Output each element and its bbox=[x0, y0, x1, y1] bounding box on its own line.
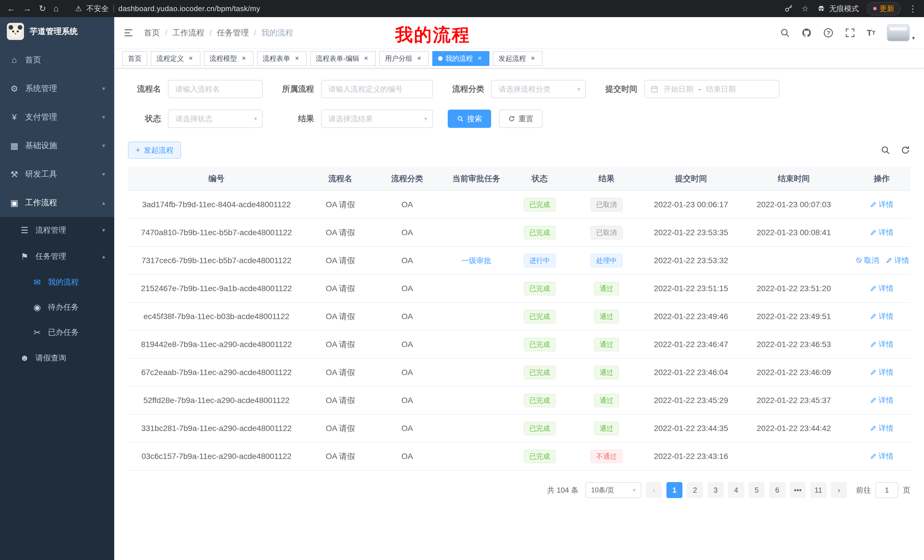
font-size-icon[interactable]: TT bbox=[867, 28, 876, 38]
sidebar-toggle-icon[interactable] bbox=[123, 28, 134, 38]
close-icon[interactable]: × bbox=[476, 54, 484, 63]
detail-link[interactable]: 详情 bbox=[870, 199, 894, 210]
more-pages-button[interactable]: ••• bbox=[790, 482, 806, 498]
address-bar[interactable]: ⚠ 不安全 dashboard.yudao.iocoder.cn/bpm/tas… bbox=[75, 4, 260, 14]
edit-icon bbox=[870, 229, 877, 236]
detail-link[interactable]: 详情 bbox=[870, 311, 894, 321]
sidebar-item-payment[interactable]: ¥ 支付管理 ▾ bbox=[0, 103, 114, 131]
page-button-2[interactable]: 2 bbox=[687, 482, 703, 498]
sidebar-item-done-tasks[interactable]: ✂ 已办任务 bbox=[0, 320, 114, 345]
tab-user-group[interactable]: 用户分组× bbox=[379, 51, 429, 66]
sidebar-top: 芋道管理系统 ⌂ 首页 ⚙ 系统管理 ▾ ¥ 支付管理 ▾ ▦ bbox=[0, 17, 114, 217]
table-row: 7470a810-7b9b-11ec-b5b7-acde48001122 OA … bbox=[128, 219, 910, 247]
col-category: 流程分类 bbox=[376, 167, 439, 191]
col-process-name: 流程名 bbox=[305, 167, 376, 191]
reset-button[interactable]: 重置 bbox=[499, 109, 543, 128]
password-key-icon[interactable] bbox=[784, 4, 794, 13]
goto-page-input[interactable] bbox=[876, 482, 898, 498]
submit-time-label: 提交时间 bbox=[601, 84, 638, 94]
cancel-link[interactable]: 取消 bbox=[855, 256, 879, 265]
sidebar-item-workflow[interactable]: ▣ 工作流程 ▴ bbox=[0, 189, 114, 217]
prev-page-button[interactable]: ‹ bbox=[646, 482, 662, 498]
detail-link[interactable]: 详情 bbox=[870, 451, 894, 461]
close-icon[interactable]: × bbox=[362, 54, 370, 63]
page-unit-label: 页 bbox=[903, 485, 910, 495]
sidebar-item-system[interactable]: ⚙ 系统管理 ▾ bbox=[0, 74, 114, 103]
sidebar-item-task-management[interactable]: ⚑ 任务管理 ▴ bbox=[0, 243, 114, 270]
page-button-4[interactable]: 4 bbox=[728, 482, 744, 498]
sidebar-item-infrastructure[interactable]: ▦ 基础设施 ▾ bbox=[0, 131, 114, 160]
tab-my-process[interactable]: 我的流程× bbox=[432, 51, 489, 66]
result-select[interactable]: 请选择流结果 ▾ bbox=[321, 109, 433, 128]
sidebar-item-leave-query[interactable]: ☻ 请假查询 bbox=[0, 345, 114, 371]
sidebar-item-my-process[interactable]: ✉ 我的流程 bbox=[0, 270, 114, 295]
cell-end-time bbox=[734, 247, 853, 275]
close-icon[interactable]: × bbox=[415, 54, 423, 63]
breadcrumb-home[interactable]: 首页 bbox=[144, 27, 160, 38]
github-icon[interactable] bbox=[801, 28, 812, 38]
tab-home[interactable]: 首页 bbox=[122, 51, 147, 66]
submit-time-range[interactable]: 开始日期 - 结束日期 bbox=[644, 80, 780, 98]
tab-process-definition[interactable]: 流程定义× bbox=[151, 51, 201, 66]
process-definition-input[interactable] bbox=[321, 80, 433, 98]
sidebar-item-todo-tasks[interactable]: ◉ 待办任务 bbox=[0, 295, 114, 320]
detail-link[interactable]: 详情 bbox=[870, 228, 894, 238]
search-icon bbox=[457, 115, 464, 122]
cell-id: 7317cec6-7b9b-11ec-b5b7-acde48001122 bbox=[128, 247, 305, 275]
detail-link[interactable]: 详情 bbox=[870, 367, 894, 377]
browser-home-icon[interactable]: ⌂ bbox=[53, 4, 58, 13]
status-badge: 已完成 bbox=[524, 394, 556, 407]
user-menu[interactable]: ▾ bbox=[887, 24, 915, 41]
cell-id: 3ad174fb-7b9d-11ec-8404-acde48001122 bbox=[128, 191, 305, 219]
status-select[interactable]: 请选择状态 ▾ bbox=[168, 109, 263, 128]
tab-process-form[interactable]: 流程表单× bbox=[257, 51, 307, 66]
result-badge: 通过 bbox=[594, 365, 619, 379]
bookmark-star-icon[interactable]: ☆ bbox=[801, 4, 808, 13]
search-icon[interactable] bbox=[780, 28, 790, 38]
breadcrumb-workflow[interactable]: 工作流程 bbox=[172, 27, 204, 38]
cell-name: OA 请假 bbox=[305, 331, 376, 358]
current-task-link[interactable]: 一级审批 bbox=[461, 256, 491, 266]
page-size-select[interactable]: 10条/页 ▾ bbox=[585, 482, 641, 498]
detail-link[interactable]: 详情 bbox=[886, 256, 909, 265]
next-page-button[interactable]: › bbox=[831, 482, 847, 498]
detail-link[interactable]: 详情 bbox=[870, 283, 894, 293]
cell-name: OA 请假 bbox=[305, 386, 376, 415]
app-logo[interactable]: 芋道管理系统 bbox=[0, 17, 114, 46]
sidebar-item-dev-tools[interactable]: ⚒ 研发工具 ▾ bbox=[0, 160, 114, 189]
page-button-5[interactable]: 5 bbox=[748, 482, 765, 498]
category-select[interactable]: 请选择流程分类 ▾ bbox=[491, 80, 586, 98]
create-process-button[interactable]: + 发起流程 bbox=[128, 142, 181, 159]
process-name-label: 流程名 bbox=[128, 84, 161, 94]
detail-link[interactable]: 详情 bbox=[870, 423, 894, 433]
cell-task bbox=[439, 442, 514, 470]
toggle-search-icon[interactable] bbox=[880, 145, 890, 155]
page-button-11[interactable]: 11 bbox=[810, 482, 826, 498]
tab-start-process[interactable]: 发起流程× bbox=[493, 51, 543, 66]
page-button-3[interactable]: 3 bbox=[708, 482, 723, 498]
sidebar-item-process-management[interactable]: ☰ 流程管理 ▾ bbox=[0, 217, 114, 243]
tab-process-form-edit[interactable]: 流程表单-编辑× bbox=[310, 51, 376, 66]
page-button-6[interactable]: 6 bbox=[769, 482, 785, 498]
close-icon[interactable]: × bbox=[240, 54, 248, 63]
sidebar-item-home[interactable]: ⌂ 首页 bbox=[0, 46, 114, 74]
close-icon[interactable]: × bbox=[187, 54, 195, 63]
fullscreen-icon[interactable] bbox=[845, 28, 855, 38]
process-name-input[interactable] bbox=[168, 80, 263, 98]
breadcrumb-task-management[interactable]: 任务管理 bbox=[217, 27, 249, 38]
browser-back-icon[interactable]: ← bbox=[7, 4, 15, 13]
close-icon[interactable]: × bbox=[529, 54, 537, 63]
refresh-icon[interactable] bbox=[901, 145, 910, 155]
help-icon[interactable]: ? bbox=[823, 28, 834, 38]
detail-link[interactable]: 详情 bbox=[870, 395, 894, 405]
browser-forward-icon[interactable]: → bbox=[23, 4, 32, 13]
cell-category: OA bbox=[376, 415, 439, 442]
close-icon[interactable]: × bbox=[293, 54, 301, 63]
browser-update-button[interactable]: 更新 bbox=[867, 2, 901, 15]
browser-reload-icon[interactable]: ↻ bbox=[39, 4, 46, 13]
browser-menu-icon[interactable]: ⋮ bbox=[909, 4, 917, 14]
page-button-1[interactable]: 1 bbox=[666, 482, 682, 498]
detail-link[interactable]: 详情 bbox=[870, 339, 894, 349]
search-button[interactable]: 搜索 bbox=[448, 109, 491, 128]
tab-process-model[interactable]: 流程模型× bbox=[204, 51, 254, 66]
